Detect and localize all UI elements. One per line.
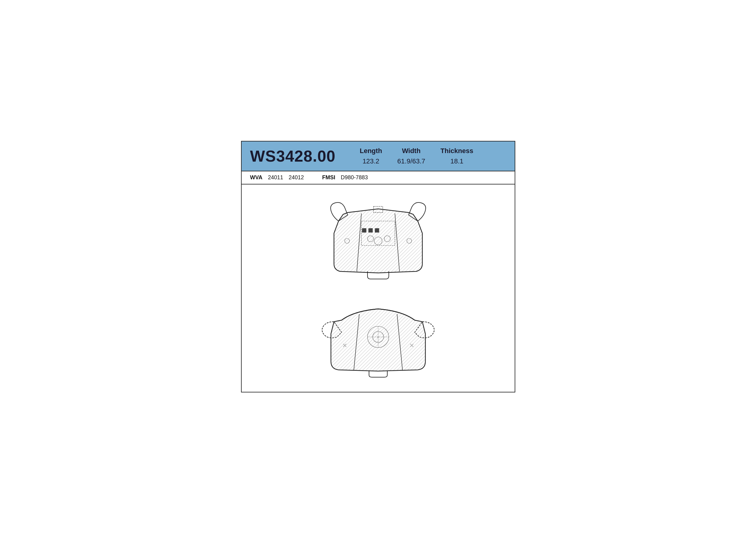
length-value: 123.2 <box>363 157 379 165</box>
width-value: 61.9/63.7 <box>397 157 425 165</box>
header: WS3428.00 Length 123.2 Width 61.9/63.7 T… <box>242 141 515 171</box>
thickness-spec: Thickness 18.1 <box>441 147 473 165</box>
svg-text:✕: ✕ <box>409 342 414 349</box>
fmsi-group: FMSI D980-7883 <box>322 174 368 181</box>
meta-row: WVA 24011 24012 FMSI D980-7883 <box>242 171 515 184</box>
wva-label: WVA <box>250 174 263 181</box>
brake-pad-top: ⬛ ⬛ ⬛ <box>314 194 442 282</box>
thickness-label: Thickness <box>441 147 473 155</box>
brake-pad-bottom: ○ ✕ ✕ <box>314 294 442 379</box>
part-number: WS3428.00 <box>250 147 348 165</box>
wva-group: WVA 24011 24012 <box>250 174 304 181</box>
specs-section: Length 123.2 Width 61.9/63.7 Thickness 1… <box>360 147 506 165</box>
product-card: WS3428.00 Length 123.2 Width 61.9/63.7 T… <box>241 141 515 392</box>
svg-text:✕: ✕ <box>342 342 347 349</box>
length-spec: Length 123.2 <box>360 147 382 165</box>
svg-text:⬛
        ⬛
        ⬛: ⬛ ⬛ ⬛ <box>362 228 379 233</box>
wva-value2: 24012 <box>288 174 304 181</box>
diagram-area: ⬛ ⬛ ⬛ <box>242 184 515 392</box>
width-label: Width <box>402 147 420 155</box>
fmsi-label: FMSI <box>322 174 335 181</box>
width-spec: Width 61.9/63.7 <box>397 147 425 165</box>
thickness-value: 18.1 <box>450 157 464 165</box>
wva-value1: 24011 <box>268 174 283 181</box>
fmsi-value: D980-7883 <box>341 174 368 181</box>
length-label: Length <box>360 147 382 155</box>
